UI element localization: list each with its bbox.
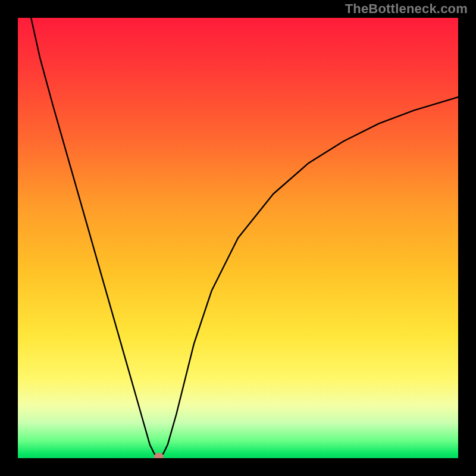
bottleneck-curve — [18, 18, 458, 458]
watermark-text: TheBottleneck.com — [345, 1, 468, 17]
curve-path — [31, 18, 458, 458]
optimum-marker — [154, 453, 164, 458]
chart-frame: TheBottleneck.com — [0, 0, 476, 476]
plot-area — [18, 18, 458, 458]
